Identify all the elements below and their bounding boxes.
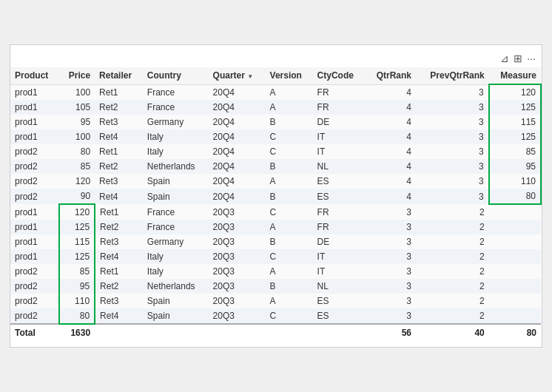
cell-5: B bbox=[266, 279, 313, 294]
cell-5: B bbox=[266, 234, 313, 249]
cell-1: 95 bbox=[59, 279, 95, 294]
col-country: Country bbox=[143, 67, 209, 84]
cell-2: Ret2 bbox=[95, 100, 143, 115]
table-row: prod1115Ret3Germany20Q3BDE32 bbox=[10, 234, 541, 249]
cell-7: 4 bbox=[365, 115, 416, 129]
table-row: prod1125Ret4Italy20Q3CIT32 bbox=[10, 249, 541, 264]
cell-1: 80 bbox=[59, 308, 95, 324]
table-row: prod2110Ret3Spain20Q3AES32 bbox=[10, 294, 541, 308]
cell-3: Italy bbox=[143, 144, 209, 159]
cell-3: Spain bbox=[143, 189, 209, 204]
cell-4: 20Q4 bbox=[209, 144, 266, 159]
toolbar: ⊿ ⊞ ··· bbox=[10, 51, 542, 67]
cell-9: 80 bbox=[489, 189, 541, 204]
cell-4: 20Q4 bbox=[209, 174, 266, 189]
cell-6: IT bbox=[313, 129, 366, 144]
cell-7: 4 bbox=[365, 100, 416, 115]
cell-8: 3 bbox=[416, 159, 489, 174]
cell-4: 20Q3 bbox=[209, 220, 266, 234]
footer-label: Total bbox=[10, 324, 59, 341]
cell-7: 3 bbox=[365, 249, 416, 264]
cell-2: Ret3 bbox=[95, 234, 143, 249]
col-qtrrank: QtrRank bbox=[365, 67, 416, 84]
cell-5: C bbox=[266, 144, 313, 159]
cell-2: Ret2 bbox=[95, 279, 143, 294]
table-row: prod295Ret2Netherlands20Q3BNL32 bbox=[10, 279, 541, 294]
cell-1: 120 bbox=[59, 174, 95, 189]
cell-0: prod1 bbox=[10, 249, 59, 264]
cell-3: Netherlands bbox=[143, 279, 209, 294]
cell-6: FR bbox=[313, 100, 366, 115]
cell-5: A bbox=[266, 174, 313, 189]
cell-8: 3 bbox=[416, 100, 489, 115]
footer-price: 1630 bbox=[59, 324, 95, 341]
cell-2: Ret1 bbox=[95, 264, 143, 279]
footer-country bbox=[143, 324, 209, 341]
cell-7: 4 bbox=[365, 159, 416, 174]
cell-8: 3 bbox=[416, 144, 489, 159]
cell-6: DE bbox=[313, 115, 366, 129]
cell-3: Italy bbox=[143, 249, 209, 264]
main-container: ⊿ ⊞ ··· Product Price Retailer Country Q… bbox=[10, 44, 542, 348]
cell-9 bbox=[489, 220, 541, 234]
table-row: prod195Ret3Germany20Q4BDE43115 bbox=[10, 115, 541, 129]
cell-5: A bbox=[266, 264, 313, 279]
cell-9: 115 bbox=[489, 115, 541, 129]
cell-2: Ret4 bbox=[95, 249, 143, 264]
cell-9: 125 bbox=[489, 129, 541, 144]
cell-2: Ret4 bbox=[95, 308, 143, 324]
cell-3: Netherlands bbox=[143, 159, 209, 174]
layout-icon[interactable]: ⊞ bbox=[514, 53, 522, 64]
cell-0: prod2 bbox=[10, 159, 59, 174]
header-row: Product Price Retailer Country Quarter ▼… bbox=[10, 67, 541, 84]
col-quarter: Quarter ▼ bbox=[209, 67, 266, 84]
cell-7: 3 bbox=[365, 264, 416, 279]
data-table: Product Price Retailer Country Quarter ▼… bbox=[10, 67, 542, 341]
cell-1: 110 bbox=[59, 294, 95, 308]
cell-9 bbox=[489, 249, 541, 264]
cell-1: 80 bbox=[59, 144, 95, 159]
cell-9 bbox=[489, 308, 541, 324]
cell-7: 3 bbox=[365, 234, 416, 249]
cell-3: France bbox=[143, 100, 209, 115]
cell-8: 3 bbox=[416, 189, 489, 204]
cell-0: prod1 bbox=[10, 129, 59, 144]
cell-6: ES bbox=[313, 189, 366, 204]
cell-2: Ret3 bbox=[95, 115, 143, 129]
col-measure: Measure bbox=[489, 67, 541, 84]
cell-4: 20Q4 bbox=[209, 129, 266, 144]
cell-1: 100 bbox=[59, 129, 95, 144]
cell-5: A bbox=[266, 220, 313, 234]
cell-7: 3 bbox=[365, 279, 416, 294]
cell-4: 20Q3 bbox=[209, 234, 266, 249]
cell-4: 20Q4 bbox=[209, 84, 266, 100]
cell-8: 2 bbox=[416, 249, 489, 264]
cell-2: Ret2 bbox=[95, 220, 143, 234]
col-prevqtrrank: PrevQtrRank bbox=[416, 67, 489, 84]
cell-5: C bbox=[266, 129, 313, 144]
filter-icon[interactable]: ⊿ bbox=[500, 53, 509, 64]
cell-8: 2 bbox=[416, 294, 489, 308]
cell-9 bbox=[489, 204, 541, 220]
table-row: prod285Ret1Italy20Q3AIT32 bbox=[10, 264, 541, 279]
table-row: prod285Ret2Netherlands20Q4BNL4395 bbox=[10, 159, 541, 174]
cell-4: 20Q3 bbox=[209, 294, 266, 308]
table-row: prod2120Ret3Spain20Q4AES43110 bbox=[10, 174, 541, 189]
footer-retailer bbox=[95, 324, 143, 341]
cell-7: 4 bbox=[365, 174, 416, 189]
cell-0: prod2 bbox=[10, 174, 59, 189]
cell-1: 105 bbox=[59, 100, 95, 115]
cell-9: 110 bbox=[489, 174, 541, 189]
cell-5: A bbox=[266, 100, 313, 115]
cell-1: 100 bbox=[59, 84, 95, 100]
cell-7: 4 bbox=[365, 144, 416, 159]
cell-8: 2 bbox=[416, 264, 489, 279]
cell-3: Spain bbox=[143, 294, 209, 308]
cell-1: 90 bbox=[59, 189, 95, 204]
cell-6: IT bbox=[313, 249, 366, 264]
cell-1: 120 bbox=[59, 204, 95, 220]
cell-3: Spain bbox=[143, 308, 209, 324]
more-icon[interactable]: ··· bbox=[527, 53, 536, 64]
cell-0: prod1 bbox=[10, 100, 59, 115]
footer-qtrrank: 56 bbox=[365, 324, 416, 341]
